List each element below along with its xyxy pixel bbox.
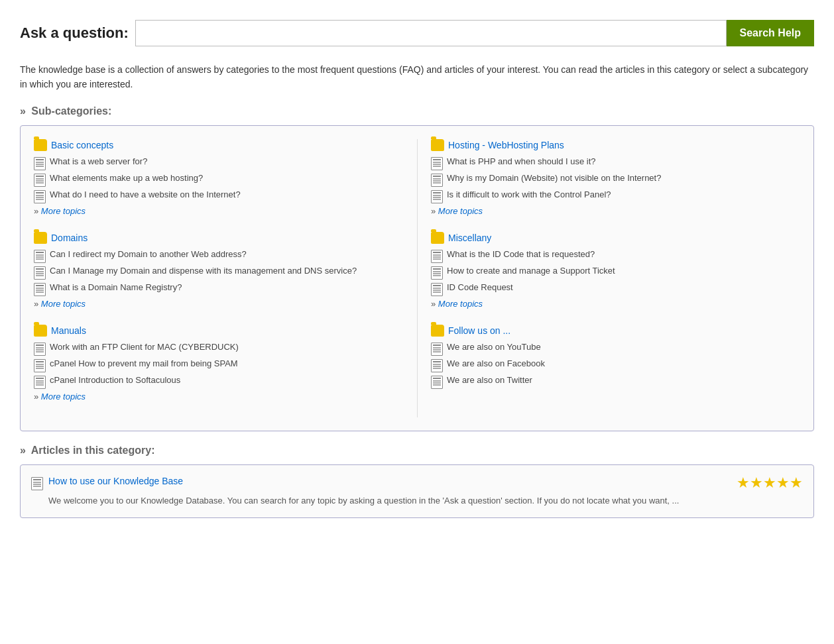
topic-item: We are also on YouTube — [431, 342, 794, 356]
article-doc-icon — [31, 477, 43, 490]
topic-text: ID Code Request — [447, 282, 513, 292]
doc-icon — [431, 376, 443, 389]
topic-text: What do I need to have a website on the … — [50, 189, 241, 199]
topic-item: cPanel How to prevent my mail from being… — [34, 358, 410, 372]
topic-text: What is the ID Code that is requested? — [447, 249, 595, 259]
category-title-manuals: Manuals — [34, 325, 410, 337]
category-title-basic-concepts: Basic concepts — [34, 139, 410, 151]
topic-text: Can I Manage my Domain and dispense with… — [50, 266, 357, 276]
article-title-link[interactable]: How to use our Knowledge Base — [48, 476, 183, 486]
category-link-basic-concepts[interactable]: Basic concepts — [51, 140, 113, 150]
search-input[interactable] — [135, 20, 727, 46]
more-topics-row: » More topics — [431, 206, 794, 216]
topic-text: We are also on YouTube — [447, 342, 541, 352]
topic-item: We are also on Facebook — [431, 358, 794, 372]
topic-text: What elements make up a web hosting? — [50, 173, 203, 183]
categories-grid: Basic conceptsWhat is a web server for?W… — [34, 139, 800, 417]
more-topics-link[interactable]: More topics — [438, 299, 483, 309]
doc-icon — [34, 266, 46, 280]
category-section-follow-us: Follow us on ...We are also on YouTubeWe… — [431, 325, 794, 389]
doc-icon — [431, 174, 443, 187]
doc-icon — [431, 266, 443, 280]
category-title-hosting: Hosting - WebHosting Plans — [431, 139, 794, 151]
topic-text: Can I redirect my Domain to another Web … — [50, 249, 247, 259]
category-title-miscellany: Miscellany — [431, 232, 794, 244]
more-topics-chevron: » — [431, 206, 438, 216]
article-stars: ★★★★★ — [737, 476, 803, 490]
topic-item: We are also on Twitter — [431, 375, 794, 389]
topic-text: What is a Domain Name Registry? — [50, 282, 182, 292]
article-summary: We welcome you to our Knowledge Database… — [31, 494, 803, 508]
category-link-domains[interactable]: Domains — [51, 233, 88, 243]
subcategories-heading: » Sub-categories: — [20, 105, 814, 117]
star-icon: ★ — [776, 476, 790, 490]
topic-text: We are also on Facebook — [447, 358, 545, 368]
star-icon: ★ — [763, 476, 776, 490]
doc-icon — [34, 343, 46, 356]
search-label: Ask a question: — [20, 25, 129, 42]
topic-item: What is the ID Code that is requested? — [431, 249, 794, 263]
doc-icon — [431, 190, 443, 203]
category-section-hosting: Hosting - WebHosting PlansWhat is PHP an… — [431, 139, 794, 216]
category-section-basic-concepts: Basic conceptsWhat is a web server for?W… — [34, 139, 410, 216]
more-topics-link[interactable]: More topics — [41, 206, 86, 216]
articles-box: How to use our Knowledge Base★★★★★We wel… — [20, 464, 814, 519]
category-title-domains: Domains — [34, 232, 410, 244]
category-link-hosting[interactable]: Hosting - WebHosting Plans — [448, 140, 564, 150]
more-topics-chevron: » — [431, 299, 438, 309]
topic-item: Is it difficult to work with the Control… — [431, 189, 794, 203]
more-topics-chevron: » — [34, 299, 41, 309]
category-link-miscellany[interactable]: Miscellany — [448, 233, 491, 243]
doc-icon — [34, 359, 46, 372]
category-link-follow-us[interactable]: Follow us on ... — [448, 325, 510, 336]
topic-item: What is PHP and when should I use it? — [431, 156, 794, 170]
doc-icon — [431, 250, 443, 263]
topic-item: Why is my Domain (Website) not visible o… — [431, 173, 794, 187]
articles-heading: » Articles in this category: — [20, 445, 814, 456]
topic-text: What is a web server for? — [50, 156, 147, 166]
topic-item: What do I need to have a website on the … — [34, 189, 410, 203]
more-topics-row: » More topics — [431, 299, 794, 309]
doc-icon — [431, 157, 443, 170]
doc-icon — [34, 376, 46, 389]
star-icon: ★ — [750, 476, 763, 490]
topic-item: Work with an FTP Client for MAC (CYBERDU… — [34, 342, 410, 356]
search-button[interactable]: Search Help — [727, 20, 814, 46]
category-section-miscellany: MiscellanyWhat is the ID Code that is re… — [431, 232, 794, 309]
topic-text: cPanel How to prevent my mail from being… — [50, 358, 238, 368]
more-topics-chevron: » — [34, 392, 41, 402]
article-left: How to use our Knowledge Base — [31, 476, 723, 490]
category-link-manuals[interactable]: Manuals — [51, 325, 86, 336]
folder-icon — [34, 139, 47, 151]
topic-item: What is a web server for? — [34, 156, 410, 170]
more-topics-chevron: » — [34, 206, 41, 216]
category-section-domains: DomainsCan I redirect my Domain to anoth… — [34, 232, 410, 309]
category-title-follow-us: Follow us on ... — [431, 325, 794, 337]
doc-icon — [34, 190, 46, 203]
search-bar: Ask a question: Search Help — [20, 13, 814, 46]
more-topics-row: » More topics — [34, 206, 410, 216]
folder-icon — [34, 232, 47, 244]
more-topics-row: » More topics — [34, 392, 410, 402]
topic-text: Is it difficult to work with the Control… — [447, 189, 611, 199]
doc-icon — [431, 359, 443, 372]
intro-text: The knowledge base is a collection of an… — [20, 62, 814, 92]
doc-icon — [34, 174, 46, 187]
folder-icon — [431, 139, 444, 151]
more-topics-link[interactable]: More topics — [41, 392, 86, 402]
topic-item: cPanel Introduction to Softaculous — [34, 375, 410, 389]
star-icon: ★ — [737, 476, 750, 490]
more-topics-link[interactable]: More topics — [438, 206, 483, 216]
article-item: How to use our Knowledge Base★★★★★ — [31, 476, 803, 490]
folder-icon — [431, 232, 444, 244]
topic-item: Can I redirect my Domain to another Web … — [34, 249, 410, 263]
topic-item: ID Code Request — [431, 282, 794, 296]
topic-item: Can I Manage my Domain and dispense with… — [34, 266, 410, 280]
star-icon: ★ — [790, 476, 803, 490]
more-topics-link[interactable]: More topics — [41, 299, 86, 309]
category-section-manuals: ManualsWork with an FTP Client for MAC (… — [34, 325, 410, 402]
topic-text: Why is my Domain (Website) not visible o… — [447, 173, 661, 183]
topic-item: What is a Domain Name Registry? — [34, 282, 410, 296]
folder-icon — [34, 325, 47, 337]
categories-box: Basic conceptsWhat is a web server for?W… — [20, 125, 814, 431]
